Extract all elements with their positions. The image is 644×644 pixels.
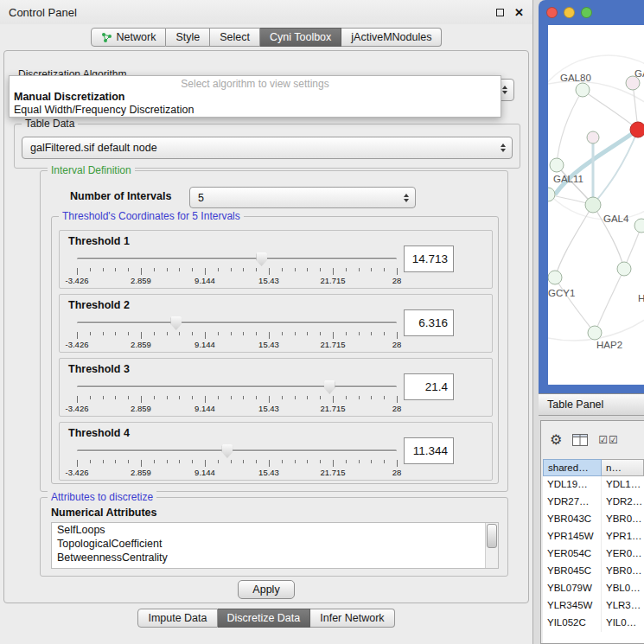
threshold-slider[interactable] bbox=[77, 380, 397, 394]
threshold-panel: Threshold 2-3.4262.8599.14415.4321.71528… bbox=[59, 294, 493, 353]
network-tab-icon bbox=[101, 32, 112, 43]
tab-jactivemnodules[interactable]: jActiveMNodules bbox=[341, 28, 442, 47]
network-node[interactable] bbox=[550, 158, 564, 172]
table-data-combobox-value: galFiltered.sif default node bbox=[30, 142, 157, 154]
apply-button[interactable]: Apply bbox=[238, 580, 295, 599]
column-header[interactable]: shared… bbox=[543, 459, 602, 476]
combo-arrows-icon bbox=[501, 143, 506, 152]
threshold-value-field[interactable]: 14.713 bbox=[404, 245, 454, 272]
threshold-value-field[interactable]: 6.316 bbox=[404, 309, 454, 336]
cyni-toolbox-panel: Discretization Algorithm Select algorith… bbox=[3, 50, 529, 603]
table-cell: YPR145W bbox=[543, 528, 602, 545]
table-toolbar: ⚙ ☑☑ bbox=[541, 421, 644, 459]
zoom-traffic-light-icon[interactable] bbox=[581, 7, 592, 18]
tab-cyni-toolbox[interactable]: Cyni Toolbox bbox=[260, 28, 341, 47]
table-row[interactable]: YER054CYER0… bbox=[543, 545, 644, 563]
slider-ticks bbox=[77, 268, 397, 276]
slider-scale-label: -3.426 bbox=[66, 276, 89, 285]
threshold-label: Threshold 4 bbox=[68, 427, 130, 439]
slider-scale-label: 9.144 bbox=[194, 340, 215, 349]
close-icon[interactable]: ✕ bbox=[514, 7, 524, 18]
tab-infer-network[interactable]: Infer Network bbox=[310, 609, 394, 628]
table-body: YDL19…YDL1…YDR27…YDR2…YBR043CYBR0…YPR145… bbox=[543, 476, 644, 643]
network-view-window: GAL80GAGAL11GAL4GCY1HHAP2 bbox=[539, 0, 644, 393]
slider-scale-label: 21.715 bbox=[320, 340, 345, 349]
slider-thumb-icon[interactable] bbox=[256, 252, 267, 266]
slider-scale-label: 21.715 bbox=[320, 404, 345, 413]
columns-icon[interactable] bbox=[572, 434, 588, 446]
slider-scale-label: 9.144 bbox=[194, 468, 215, 477]
attributes-scrollbar[interactable] bbox=[485, 523, 498, 568]
table-panel-window: ⚙ ☑☑ shared…n… YDL19…YDL1…YDR27…YDR2…YBR… bbox=[540, 420, 644, 644]
table-cell: YPR1… bbox=[602, 528, 644, 545]
network-node[interactable] bbox=[588, 326, 602, 340]
table-row[interactable]: YBR043CYBR0… bbox=[543, 511, 644, 528]
threshold-slider[interactable] bbox=[77, 252, 397, 266]
table-cell: YIL052C bbox=[543, 615, 602, 632]
number-of-intervals-combobox[interactable]: 5 bbox=[189, 187, 416, 208]
table-row[interactable]: YIL052CYIL0… bbox=[543, 615, 644, 632]
thresholds-group-title: Threshold's Coordinates for 5 Intervals bbox=[59, 210, 244, 222]
slider-track[interactable] bbox=[77, 450, 397, 452]
tab-impute-data[interactable]: Impute Data bbox=[137, 609, 217, 628]
window-title: Control Panel bbox=[9, 6, 77, 19]
table-row[interactable]: YLR345WYLR3… bbox=[543, 597, 644, 615]
table-row[interactable]: YPR145WYPR1… bbox=[543, 528, 644, 545]
slider-track[interactable] bbox=[77, 322, 397, 324]
scrollbar-thumb[interactable] bbox=[487, 524, 497, 548]
window-controls: ✕ bbox=[496, 7, 524, 18]
node-label: GAL11 bbox=[553, 174, 583, 184]
slider-track[interactable] bbox=[77, 258, 397, 260]
tab-select[interactable]: Select bbox=[210, 28, 260, 47]
threshold-value-field[interactable]: 11.344 bbox=[404, 437, 454, 464]
slider-scale: -3.4262.8599.14415.4321.71528 bbox=[77, 340, 397, 349]
network-node[interactable] bbox=[585, 197, 601, 213]
threshold-panel: Threshold 1-3.4262.8599.14415.4321.71528… bbox=[59, 230, 493, 289]
column-header[interactable]: n… bbox=[602, 459, 644, 476]
algorithm-option[interactable]: Manual Discretization bbox=[10, 91, 501, 104]
right-area: GAL80GAGAL11GAL4GCY1HHAP2 Table Panel ⚙ … bbox=[539, 0, 644, 644]
network-node[interactable] bbox=[548, 271, 562, 284]
checkbox-icons[interactable]: ☑☑ bbox=[598, 434, 619, 446]
slider-scale-label: 21.715 bbox=[320, 468, 345, 477]
tab-style[interactable]: Style bbox=[166, 28, 210, 47]
network-node[interactable] bbox=[617, 262, 631, 276]
table-row[interactable]: YDR27…YDR2… bbox=[543, 494, 644, 511]
network-node[interactable] bbox=[630, 122, 644, 137]
slider-ticks bbox=[77, 396, 397, 404]
tab-label: jActiveMNodules bbox=[351, 31, 431, 43]
network-node[interactable] bbox=[576, 83, 590, 97]
tab-network[interactable]: Network bbox=[91, 28, 167, 47]
threshold-value-field[interactable]: 21.4 bbox=[404, 373, 454, 400]
attribute-list-item[interactable]: SelfLoops bbox=[52, 523, 498, 537]
slider-track[interactable] bbox=[77, 386, 397, 388]
attributes-group-title: Attributes to discretize bbox=[48, 491, 156, 503]
slider-scale-label: 28 bbox=[392, 404, 402, 413]
minimize-traffic-light-icon[interactable] bbox=[564, 7, 575, 18]
table-cell: YLR345W bbox=[543, 597, 602, 615]
table-row[interactable]: YBL079WYBL0… bbox=[543, 580, 644, 597]
algorithm-hint-item: Select algorithm to view settings bbox=[10, 78, 501, 91]
node-label: GAL80 bbox=[560, 73, 591, 83]
threshold-slider[interactable] bbox=[77, 444, 397, 458]
table-row[interactable]: YDL19…YDL1… bbox=[543, 476, 644, 494]
network-node[interactable] bbox=[634, 219, 644, 233]
algorithm-option[interactable]: Equal Width/Frequency Discretization bbox=[10, 104, 501, 117]
table-cell: YBR043C bbox=[543, 511, 602, 528]
attribute-list-item[interactable]: TopologicalCoefficient bbox=[52, 537, 498, 551]
threshold-slider[interactable] bbox=[77, 316, 397, 330]
close-traffic-light-icon[interactable] bbox=[546, 7, 558, 18]
float-window-icon[interactable] bbox=[496, 9, 504, 16]
table-row[interactable]: YBR045CYBR0… bbox=[543, 563, 644, 580]
gear-icon[interactable]: ⚙ bbox=[550, 433, 562, 447]
network-canvas[interactable]: GAL80GAGAL11GAL4GCY1HHAP2 bbox=[548, 25, 644, 385]
slider-thumb-icon[interactable] bbox=[170, 316, 182, 330]
table-cell: YER0… bbox=[602, 545, 644, 563]
slider-thumb-icon[interactable] bbox=[324, 380, 335, 394]
node-label: H bbox=[638, 293, 644, 303]
tab-discretize-data[interactable]: Discretize Data bbox=[218, 609, 311, 628]
network-node[interactable] bbox=[587, 131, 599, 143]
attribute-list-item[interactable]: BetweennessCentrality bbox=[52, 551, 498, 564]
slider-thumb-icon[interactable] bbox=[221, 444, 233, 458]
table-data-combobox[interactable]: galFiltered.sif default node bbox=[22, 137, 513, 159]
